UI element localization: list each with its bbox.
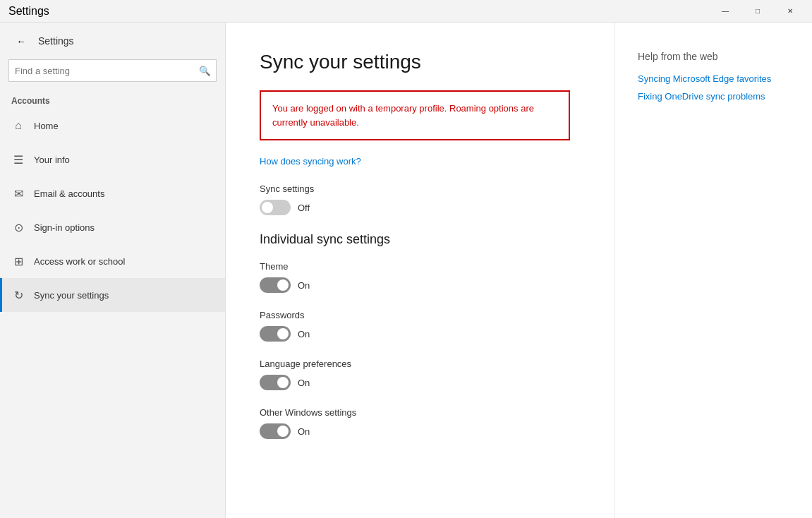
sidebar-item-sync-settings[interactable]: ↻ Sync your settings (0, 278, 225, 312)
sync-item-state-2: On (298, 378, 310, 388)
minimize-button[interactable]: — (709, 0, 741, 23)
sync-item-label-3: Other Windows settings (260, 407, 581, 418)
page-title: Sync your settings (260, 51, 581, 73)
sync-item-label-0: Theme (260, 261, 581, 272)
sync-item-row-0: On (260, 277, 581, 293)
search-icon: 🔍 (199, 66, 211, 76)
titlebar-left: Settings (8, 5, 49, 18)
sidebar-app-title: Settings (38, 35, 74, 47)
sync-settings-label: Sync settings (260, 183, 581, 194)
close-button[interactable]: ✕ (774, 0, 806, 23)
email-accounts-label: Email & accounts (34, 188, 104, 199)
sync-item-state-3: On (298, 426, 310, 437)
sync-item-row-1: On (260, 326, 581, 342)
sidebar: ← Settings 🔍 Accounts ⌂ Home ☰ Your info… (0, 23, 226, 518)
main-content: Sync your settings You are logged on wit… (226, 23, 614, 518)
titlebar: Settings — □ ✕ (0, 0, 812, 23)
sync-item-toggle-3[interactable] (260, 423, 291, 439)
sync-toggle-thumb (262, 202, 273, 213)
your-info-icon: ☰ (11, 152, 25, 167)
search-input[interactable] (9, 63, 193, 79)
alert-text: You are logged on with a temporary profi… (272, 103, 534, 128)
sync-toggle-state: Off (298, 203, 310, 213)
sync-item-row-3: On (260, 423, 581, 439)
your-info-label: Your info (34, 155, 70, 165)
sync-toggle-row: Off (260, 200, 581, 215)
search-box[interactable]: 🔍 (8, 59, 217, 82)
sync-settings-label: Sync your settings (34, 290, 109, 301)
help-title: Help from the web (638, 51, 789, 62)
titlebar-title: Settings (8, 5, 49, 18)
sync-items-container: ThemeOnPasswordsOnLanguage preferencesOn… (260, 261, 581, 439)
sync-item-state-0: On (298, 280, 310, 291)
sync-item-thumb-1 (277, 328, 289, 339)
access-work-label: Access work or school (34, 256, 125, 267)
sidebar-item-sign-in[interactable]: ⊙ Sign-in options (0, 210, 225, 244)
search-button[interactable]: 🔍 (193, 59, 216, 82)
individual-section-title: Individual sync settings (260, 232, 581, 247)
sync-toggle[interactable] (260, 200, 291, 215)
sync-item-thumb-2 (277, 377, 289, 388)
sign-in-icon: ⊙ (11, 220, 25, 234)
sidebar-item-home[interactable]: ⌂ Home (0, 109, 225, 143)
sync-item-label-1: Passwords (260, 310, 581, 320)
sidebar-item-access-work[interactable]: ⊞ Access work or school (0, 244, 225, 278)
sidebar-item-your-info[interactable]: ☰ Your info (0, 143, 225, 176)
help-links-container: Syncing Microsoft Edge favoritesFixing O… (638, 73, 789, 102)
sync-item-label-2: Language preferences (260, 359, 581, 369)
sidebar-item-email-accounts[interactable]: ✉ Email & accounts (0, 176, 225, 210)
sync-item-thumb-0 (277, 279, 289, 291)
sync-item-toggle-2[interactable] (260, 375, 291, 390)
help-link-0[interactable]: Syncing Microsoft Edge favorites (638, 73, 789, 84)
sync-item-toggle-1[interactable] (260, 326, 291, 342)
back-button[interactable]: ← (11, 31, 31, 51)
sidebar-header: ← Settings (0, 23, 225, 59)
sync-item-toggle-0[interactable] (260, 277, 291, 293)
sync-item-thumb-3 (277, 426, 289, 437)
app-body: ← Settings 🔍 Accounts ⌂ Home ☰ Your info… (0, 23, 812, 518)
right-panel: Help from the web Syncing Microsoft Edge… (614, 23, 812, 518)
back-icon: ← (16, 36, 25, 47)
help-link-1[interactable]: Fixing OneDrive sync problems (638, 91, 789, 102)
alert-box: You are logged on with a temporary profi… (260, 90, 570, 140)
home-label: Home (34, 121, 59, 131)
maximize-button[interactable]: □ (741, 0, 774, 23)
home-icon: ⌂ (11, 119, 25, 133)
sync-settings-icon: ↻ (11, 288, 25, 302)
sidebar-section-label: Accounts (0, 90, 225, 109)
access-work-icon: ⊞ (11, 254, 25, 268)
sign-in-label: Sign-in options (34, 222, 95, 233)
nav-container: ⌂ Home ☰ Your info ✉ Email & accounts ⊙ … (0, 109, 225, 312)
sync-item-row-2: On (260, 375, 581, 390)
how-syncing-link[interactable]: How does syncing work? (260, 156, 361, 167)
titlebar-controls: — □ ✕ (709, 0, 806, 23)
email-accounts-icon: ✉ (11, 186, 25, 200)
sync-item-state-1: On (298, 329, 310, 339)
